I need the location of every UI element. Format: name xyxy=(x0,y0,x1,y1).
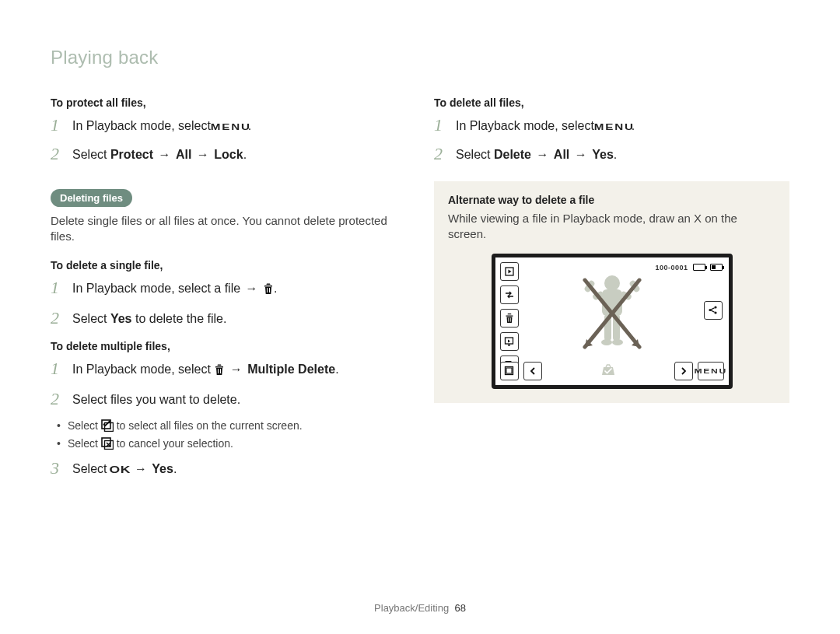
svg-point-27 xyxy=(601,339,612,345)
step-number: 1 xyxy=(51,360,65,377)
svg-point-28 xyxy=(612,339,623,345)
heading-delete-single: To delete a single file, xyxy=(51,259,406,271)
heading-delete-all: To delete all files, xyxy=(434,96,789,109)
step-text: Select Delete → All → Yes. xyxy=(456,145,617,163)
heading-protect-all: To protect all files, xyxy=(51,96,406,109)
svg-rect-10 xyxy=(509,317,510,321)
bullet-item: Select to select all files on the curren… xyxy=(68,419,406,434)
left-column: To protect all files, 1 In Playback mode… xyxy=(51,96,406,489)
page-footer: Playback/Editing 68 xyxy=(0,602,840,614)
screen-share-icon xyxy=(704,301,723,320)
step-number: 3 xyxy=(51,460,65,477)
heading-delete-multiple: To delete multiple files, xyxy=(51,340,406,352)
step-number: 1 xyxy=(51,117,65,134)
note-body: While viewing a file in Playback mode, d… xyxy=(448,211,775,243)
step-text: In Playback mode, select MENU. xyxy=(456,117,635,135)
svg-rect-3 xyxy=(220,369,221,373)
step-text: Select Protect → All → Lock. xyxy=(72,145,247,163)
section-title: Playing back xyxy=(51,47,789,68)
step-number: 2 xyxy=(434,145,448,163)
step-number: 2 xyxy=(51,145,65,163)
screen-play-icon xyxy=(500,262,519,281)
step-text: In Playback mode, select → Multiple Dele… xyxy=(72,360,339,380)
svg-point-18 xyxy=(714,312,716,314)
screen-thumbnail-icon xyxy=(600,363,617,380)
step-text: Select files you want to delete. xyxy=(72,391,240,408)
menu-icon: MENU xyxy=(211,121,251,134)
card-icon xyxy=(693,264,705,271)
screen-prev-icon xyxy=(523,362,542,380)
battery-icon xyxy=(710,264,723,271)
step-number: 1 xyxy=(434,117,448,134)
ok-icon: OK xyxy=(109,463,131,477)
body-text: Delete single files or all files at once… xyxy=(51,213,406,245)
trash-icon xyxy=(214,363,225,380)
pill-deleting-files: Deleting files xyxy=(51,189,132,207)
screen-trash-icon xyxy=(500,309,519,328)
svg-rect-34 xyxy=(506,368,512,373)
camera-screen-illustration: E 100-0001 xyxy=(492,254,733,389)
svg-rect-12 xyxy=(508,345,510,346)
right-column: To delete all files, 1 In Playback mode,… xyxy=(434,96,789,489)
svg-rect-9 xyxy=(508,317,509,321)
svg-point-19 xyxy=(604,275,620,291)
screen-slideshow-icon xyxy=(500,332,519,351)
select-all-icon xyxy=(101,419,114,434)
screen-switch-icon xyxy=(500,285,519,304)
step-text: Select Yes to delete the file. xyxy=(72,310,226,328)
screen-info-icon xyxy=(500,362,519,380)
trash-icon xyxy=(263,282,274,299)
bullet-item: Select to cancel your selection. xyxy=(68,437,406,452)
step-number: 2 xyxy=(51,310,65,327)
step-number: 2 xyxy=(51,391,65,408)
svg-rect-2 xyxy=(218,369,219,373)
svg-rect-0 xyxy=(267,288,268,292)
screen-menu-button: MENU xyxy=(698,362,724,380)
cancel-selection-icon xyxy=(101,437,114,452)
screen-next-icon xyxy=(674,362,693,380)
draw-x-figure xyxy=(562,269,663,366)
menu-icon: MENU xyxy=(594,121,635,134)
svg-rect-1 xyxy=(269,288,270,292)
step-text: In Playback mode, select MENU. xyxy=(72,117,251,135)
step-text: Select OK → Yes. xyxy=(72,460,177,478)
step-text: In Playback mode, select a file → . xyxy=(72,279,277,299)
note-box: Alternate way to delete a file While vie… xyxy=(434,181,789,403)
svg-point-16 xyxy=(714,306,716,309)
note-title: Alternate way to delete a file xyxy=(448,194,775,206)
step-number: 1 xyxy=(51,279,65,296)
